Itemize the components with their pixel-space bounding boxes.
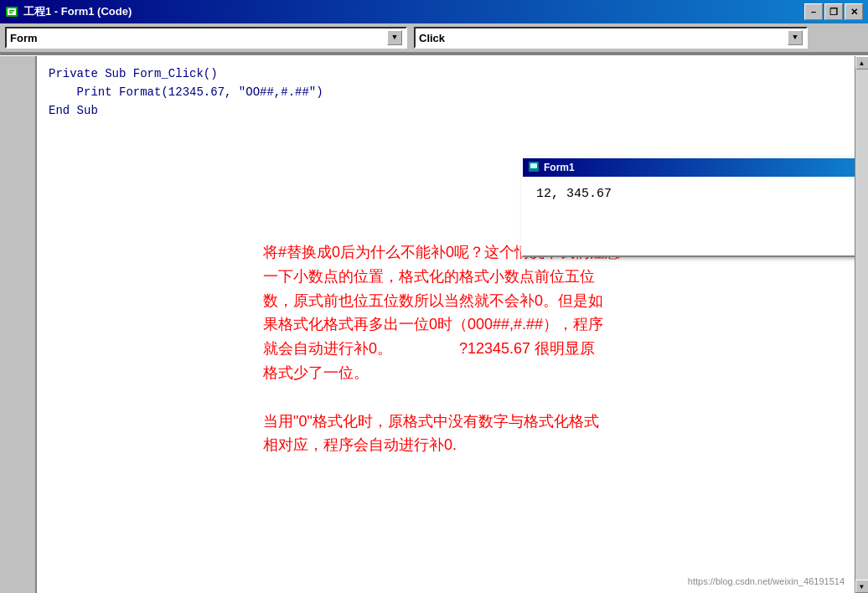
svg-rect-5 bbox=[530, 163, 537, 168]
minimize-button[interactable]: – bbox=[804, 3, 823, 20]
form-dropdown-label: Form bbox=[10, 32, 38, 44]
scroll-up-button[interactable]: ▲ bbox=[855, 56, 869, 70]
event-dropdown[interactable]: Click ▼ bbox=[414, 27, 808, 49]
svg-rect-2 bbox=[9, 10, 14, 12]
title-bar: 工程1 - Form1 (Code) – ❐ ✕ bbox=[0, 0, 868, 23]
annotation-block: 将#替换成0后为什么不能补0呢？这个情况下我们注意 一下小数点的位置，格式化的格… bbox=[263, 240, 850, 457]
form1-body: 12, 345.67 bbox=[523, 177, 855, 255]
svg-rect-1 bbox=[8, 8, 16, 15]
scrollbar-right[interactable]: ▲ ▼ bbox=[855, 56, 868, 593]
form-dropdown[interactable]: Form ▼ bbox=[5, 27, 407, 49]
svg-rect-3 bbox=[9, 13, 13, 14]
editor-area: Private Sub Form_Click() Print Format(12… bbox=[0, 56, 868, 593]
form1-output: 12, 345.67 bbox=[536, 187, 612, 201]
form1-popup: Form1 12, 345.67 bbox=[521, 157, 855, 257]
watermark: https://blog.csdn.net/weixin_46191514 bbox=[688, 576, 845, 586]
code-line-2: Print Format(12345.67, "OO##,#.##") bbox=[49, 83, 843, 101]
title-bar-left: 工程1 - Form1 (Code) bbox=[5, 4, 132, 19]
window-title: 工程1 - Form1 (Code) bbox=[23, 4, 132, 19]
title-bar-controls: – ❐ ✕ bbox=[804, 3, 863, 20]
scroll-track[interactable] bbox=[855, 70, 868, 580]
restore-button[interactable]: ❐ bbox=[824, 3, 843, 20]
form-dropdown-arrow[interactable]: ▼ bbox=[387, 30, 402, 45]
code-line-3: End Sub bbox=[49, 101, 843, 120]
form1-title: Form1 bbox=[544, 162, 575, 173]
close-button[interactable]: ✕ bbox=[845, 3, 863, 20]
app-icon bbox=[5, 5, 18, 18]
code-panel: Private Sub Form_Click() Print Format(12… bbox=[37, 56, 855, 593]
toolbar: Form ▼ Click ▼ bbox=[0, 23, 868, 54]
scroll-down-button[interactable]: ▼ bbox=[855, 580, 869, 593]
form1-icon bbox=[528, 161, 540, 175]
event-dropdown-arrow[interactable]: ▼ bbox=[788, 30, 803, 45]
line-gutter bbox=[0, 56, 37, 593]
code-line-1: Private Sub Form_Click() bbox=[49, 64, 843, 83]
event-dropdown-label: Click bbox=[419, 32, 445, 44]
form1-titlebar: Form1 bbox=[523, 158, 855, 177]
annotation-text: 将#替换成0后为什么不能补0呢？这个情况下我们注意 一下小数点的位置，格式化的格… bbox=[263, 244, 620, 453]
